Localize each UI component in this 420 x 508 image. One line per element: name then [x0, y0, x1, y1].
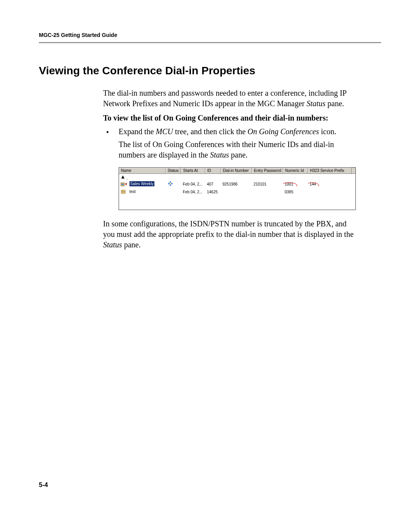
- content-block: The dial-in numbers and passwords needed…: [103, 88, 358, 250]
- bullet-italic-1: MCU: [156, 127, 173, 136]
- sub-text-2: pane.: [229, 151, 248, 159]
- table-header-row: Name Status Starts At ID Dial-in Number …: [119, 168, 355, 174]
- cell-numeric: 1001: [283, 182, 308, 186]
- note-italic-1: Status: [103, 240, 122, 249]
- sub-italic-1: Status: [210, 151, 229, 159]
- svg-point-6: [171, 183, 173, 184]
- svg-point-8: [168, 183, 170, 184]
- audio-conference-icon: [121, 189, 128, 194]
- intro-paragraph: The dial-in numbers and passwords needed…: [103, 88, 358, 109]
- cell-name: Sales Weekly: [119, 181, 166, 187]
- bullet-text-1: Expand the: [119, 127, 156, 136]
- intro-italic: Status: [306, 99, 326, 108]
- svg-point-11: [124, 191, 124, 192]
- cell-id: 407: [205, 182, 221, 186]
- svg-rect-2: [121, 184, 124, 185]
- bullet-text-3: icon.: [319, 127, 336, 136]
- col-header-entry[interactable]: Entry Password: [252, 168, 283, 173]
- cell-id: 14625: [205, 190, 221, 194]
- intro-end: pane.: [326, 99, 344, 108]
- header-guide-title: MGC-25 Getting Started Guide: [39, 32, 381, 38]
- video-conference-icon: [121, 181, 128, 187]
- col-header-status[interactable]: Status: [166, 168, 180, 173]
- svg-point-4: [170, 183, 171, 184]
- col-header-dialin[interactable]: Dial-in Number: [221, 168, 252, 173]
- table-row[interactable]: Sales Weekly Feb 04, 2... 407 9251986 21…: [119, 180, 355, 188]
- col-header-id[interactable]: ID: [205, 168, 221, 173]
- bullet-marker: •: [106, 127, 109, 138]
- status-pane-screenshot: Name Status Starts At ID Dial-in Number …: [119, 167, 356, 210]
- svg-point-5: [170, 181, 171, 183]
- col-header-numeric[interactable]: Numeric Id: [283, 168, 308, 173]
- parent-dots: ..: [126, 176, 128, 180]
- cell-starts: Feb 04, 2...: [181, 182, 205, 186]
- svg-marker-0: [121, 175, 124, 179]
- up-arrow-icon: [121, 175, 126, 180]
- sales-weekly-label: Sales Weekly: [130, 181, 154, 186]
- cell-h323: 144: [308, 182, 352, 186]
- svg-point-10: [122, 191, 123, 192]
- table-row[interactable]: test Feb 04, 2... 14625 0385: [119, 188, 355, 196]
- note-paragraph: In some configurations, the ISDN/PSTN nu…: [103, 219, 358, 250]
- cell-dialin: 9251986: [221, 182, 252, 186]
- numeric-value: 1001: [285, 182, 293, 186]
- bullet-item: • Expand the MCU tree, and then click th…: [103, 126, 358, 137]
- sub-paragraph: The list of On Going Conferences with th…: [103, 139, 358, 160]
- table-body: .. Sales Weekly Feb 04, 2... 407: [119, 174, 355, 196]
- cell-numeric: 0385: [283, 190, 308, 194]
- col-header-starts[interactable]: Starts At: [181, 168, 205, 173]
- parent-node: ..: [119, 175, 166, 180]
- bullet-list: • Expand the MCU tree, and then click th…: [103, 126, 358, 137]
- svg-marker-3: [125, 182, 127, 186]
- page-number: 5-4: [39, 482, 48, 489]
- cell-starts: Feb 04, 2...: [181, 190, 205, 194]
- table-parent-row[interactable]: ..: [119, 175, 355, 180]
- status-flower-icon: [167, 181, 173, 186]
- note-text-2: pane.: [122, 240, 141, 249]
- col-header-h323[interactable]: H323 Service Prefix: [308, 168, 352, 173]
- header-divider: [39, 42, 381, 43]
- cell-name: test: [119, 189, 166, 194]
- test-label: test: [130, 189, 136, 194]
- col-header-name[interactable]: Name: [119, 168, 166, 173]
- svg-point-7: [170, 184, 171, 186]
- cell-entry: 210101: [252, 182, 283, 186]
- subheading: To view the list of On Going Conferences…: [103, 114, 358, 123]
- bullet-italic-2: On Going Conferences: [248, 127, 319, 136]
- bullet-text-2: tree, and then click the: [173, 127, 248, 136]
- h323-value: 144: [310, 182, 316, 186]
- note-text-1: In some configurations, the ISDN/PSTN nu…: [103, 219, 354, 238]
- cell-status: [166, 181, 180, 187]
- svg-rect-9: [121, 190, 125, 193]
- section-title: Viewing the Conference Dial-in Propertie…: [39, 65, 381, 77]
